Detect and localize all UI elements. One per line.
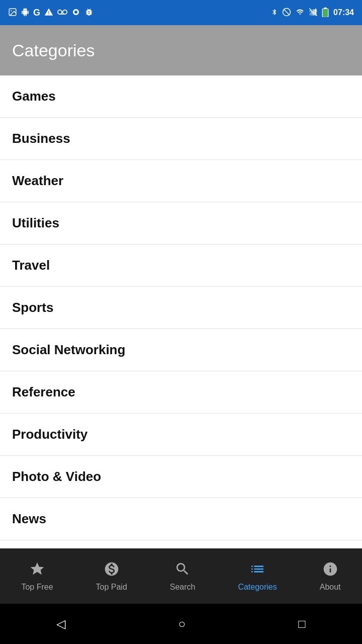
category-item[interactable]: News — [0, 498, 362, 540]
category-item-label: Productivity — [12, 427, 87, 442]
page-title: Categories — [12, 41, 95, 60]
image-icon — [8, 8, 17, 18]
about-nav-icon — [322, 561, 338, 580]
svg-rect-9 — [310, 13, 311, 15]
svg-rect-15 — [323, 9, 328, 17]
warning-icon — [44, 8, 53, 18]
nav-item-search[interactable]: Search — [162, 557, 204, 596]
categories-nav-icon — [249, 561, 265, 580]
category-item-label: Weather — [12, 173, 63, 189]
categories-nav-label: Categories — [238, 583, 277, 592]
wifi-icon — [295, 8, 305, 18]
status-bar-right: 07:34 — [271, 7, 354, 19]
bottom-nav: Top FreeTop PaidSearchCategoriesAbout — [0, 548, 362, 604]
svg-rect-10 — [311, 11, 313, 15]
category-item[interactable]: Sports — [0, 287, 362, 329]
category-item[interactable]: Games — [0, 75, 362, 118]
signal-icon — [309, 8, 317, 18]
nav-item-categories[interactable]: Categories — [230, 557, 285, 596]
category-item-label: News — [12, 511, 46, 527]
category-item[interactable]: Travel — [0, 245, 362, 287]
android-nav-bar: ◁ ○ □ — [0, 604, 362, 644]
top-free-nav-label: Top Free — [21, 583, 53, 592]
category-item[interactable]: Weather — [0, 160, 362, 202]
category-item-label: Business — [12, 131, 70, 146]
search-nav-icon — [174, 561, 191, 580]
category-item-label: Travel — [12, 258, 50, 273]
back-button[interactable]: ◁ — [41, 612, 80, 636]
nav-item-top-paid[interactable]: Top Paid — [88, 557, 135, 596]
category-item-label: Games — [12, 89, 56, 104]
search-nav-label: Search — [170, 583, 196, 592]
android-icon — [21, 8, 29, 18]
svg-point-6 — [74, 11, 77, 14]
category-item[interactable]: Photo & Video — [0, 456, 362, 498]
google-icon: G — [33, 8, 40, 18]
voicemail-icon — [57, 9, 67, 17]
top-paid-nav-icon — [104, 561, 120, 580]
status-bar: G — [0, 0, 362, 25]
top-free-nav-icon — [29, 561, 45, 580]
category-item[interactable]: Productivity — [0, 414, 362, 456]
svg-line-8 — [284, 9, 290, 15]
header: Categories — [0, 25, 362, 75]
no-sim-icon — [282, 8, 291, 18]
nav-item-about[interactable]: About — [312, 557, 349, 596]
status-bar-left: G — [8, 8, 94, 18]
svg-rect-14 — [324, 7, 327, 9]
category-item-label: Utilities — [12, 215, 59, 231]
svg-rect-12 — [315, 9, 317, 15]
nav-item-top-free[interactable]: Top Free — [13, 557, 61, 596]
category-item-label: Photo & Video — [12, 469, 101, 485]
category-item[interactable]: Reference — [0, 371, 362, 414]
category-list: GamesBusinessWeatherUtilitiesTravelSport… — [0, 75, 362, 540]
category-item[interactable]: Utilities — [0, 202, 362, 245]
top-paid-nav-label: Top Paid — [96, 583, 127, 592]
recent-button[interactable]: □ — [283, 612, 321, 636]
record-icon — [71, 8, 80, 18]
battery-icon — [321, 7, 329, 19]
svg-point-3 — [63, 10, 67, 14]
category-item[interactable]: Social Networking — [0, 329, 362, 371]
status-time: 07:34 — [333, 8, 354, 17]
category-item-label: Sports — [12, 300, 53, 315]
home-button[interactable]: ○ — [163, 612, 201, 636]
category-item-label: Reference — [12, 384, 75, 400]
svg-point-1 — [11, 10, 12, 11]
svg-rect-11 — [313, 10, 315, 16]
bluetooth-icon — [271, 7, 278, 19]
category-item-label: Social Networking — [12, 342, 125, 358]
bug-icon — [84, 8, 94, 18]
category-item[interactable]: Business — [0, 118, 362, 160]
about-nav-label: About — [320, 583, 341, 592]
svg-point-2 — [58, 10, 62, 14]
